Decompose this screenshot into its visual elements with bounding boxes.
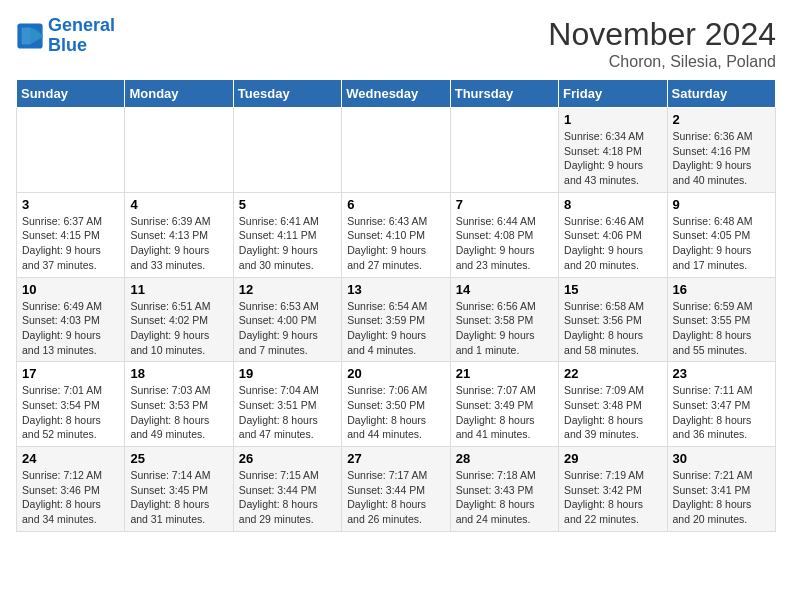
calendar-cell: 25Sunrise: 7:14 AM Sunset: 3:45 PM Dayli… [125, 447, 233, 532]
calendar-cell: 21Sunrise: 7:07 AM Sunset: 3:49 PM Dayli… [450, 362, 558, 447]
calendar-cell [233, 108, 341, 193]
day-number: 23 [673, 366, 770, 381]
page-header: General Blue November 2024 Choron, Siles… [16, 16, 776, 71]
weekday-header-tuesday: Tuesday [233, 80, 341, 108]
day-info: Sunrise: 7:18 AM Sunset: 3:43 PM Dayligh… [456, 468, 553, 527]
day-number: 3 [22, 197, 119, 212]
calendar-week-row: 24Sunrise: 7:12 AM Sunset: 3:46 PM Dayli… [17, 447, 776, 532]
day-info: Sunrise: 6:49 AM Sunset: 4:03 PM Dayligh… [22, 299, 119, 358]
calendar-cell: 7Sunrise: 6:44 AM Sunset: 4:08 PM Daylig… [450, 192, 558, 277]
day-info: Sunrise: 7:19 AM Sunset: 3:42 PM Dayligh… [564, 468, 661, 527]
day-number: 7 [456, 197, 553, 212]
calendar-cell: 17Sunrise: 7:01 AM Sunset: 3:54 PM Dayli… [17, 362, 125, 447]
day-number: 1 [564, 112, 661, 127]
calendar-cell [125, 108, 233, 193]
day-info: Sunrise: 6:36 AM Sunset: 4:16 PM Dayligh… [673, 129, 770, 188]
day-info: Sunrise: 6:37 AM Sunset: 4:15 PM Dayligh… [22, 214, 119, 273]
calendar-cell: 4Sunrise: 6:39 AM Sunset: 4:13 PM Daylig… [125, 192, 233, 277]
calendar-week-row: 1Sunrise: 6:34 AM Sunset: 4:18 PM Daylig… [17, 108, 776, 193]
day-number: 4 [130, 197, 227, 212]
day-number: 19 [239, 366, 336, 381]
day-info: Sunrise: 7:17 AM Sunset: 3:44 PM Dayligh… [347, 468, 444, 527]
weekday-header-saturday: Saturday [667, 80, 775, 108]
day-number: 24 [22, 451, 119, 466]
weekday-header-monday: Monday [125, 80, 233, 108]
day-info: Sunrise: 6:44 AM Sunset: 4:08 PM Dayligh… [456, 214, 553, 273]
calendar-week-row: 3Sunrise: 6:37 AM Sunset: 4:15 PM Daylig… [17, 192, 776, 277]
page-title: November 2024 [548, 16, 776, 53]
day-number: 13 [347, 282, 444, 297]
day-info: Sunrise: 7:15 AM Sunset: 3:44 PM Dayligh… [239, 468, 336, 527]
calendar-cell: 28Sunrise: 7:18 AM Sunset: 3:43 PM Dayli… [450, 447, 558, 532]
day-number: 14 [456, 282, 553, 297]
day-info: Sunrise: 6:51 AM Sunset: 4:02 PM Dayligh… [130, 299, 227, 358]
calendar-week-row: 10Sunrise: 6:49 AM Sunset: 4:03 PM Dayli… [17, 277, 776, 362]
day-number: 25 [130, 451, 227, 466]
day-info: Sunrise: 7:09 AM Sunset: 3:48 PM Dayligh… [564, 383, 661, 442]
calendar-cell: 27Sunrise: 7:17 AM Sunset: 3:44 PM Dayli… [342, 447, 450, 532]
calendar-cell: 10Sunrise: 6:49 AM Sunset: 4:03 PM Dayli… [17, 277, 125, 362]
calendar-cell: 22Sunrise: 7:09 AM Sunset: 3:48 PM Dayli… [559, 362, 667, 447]
calendar-week-row: 17Sunrise: 7:01 AM Sunset: 3:54 PM Dayli… [17, 362, 776, 447]
day-info: Sunrise: 7:06 AM Sunset: 3:50 PM Dayligh… [347, 383, 444, 442]
day-info: Sunrise: 6:46 AM Sunset: 4:06 PM Dayligh… [564, 214, 661, 273]
calendar-cell [342, 108, 450, 193]
day-number: 21 [456, 366, 553, 381]
day-info: Sunrise: 7:21 AM Sunset: 3:41 PM Dayligh… [673, 468, 770, 527]
calendar-cell [450, 108, 558, 193]
calendar-cell: 6Sunrise: 6:43 AM Sunset: 4:10 PM Daylig… [342, 192, 450, 277]
calendar-cell: 13Sunrise: 6:54 AM Sunset: 3:59 PM Dayli… [342, 277, 450, 362]
calendar-cell: 1Sunrise: 6:34 AM Sunset: 4:18 PM Daylig… [559, 108, 667, 193]
calendar-cell: 23Sunrise: 7:11 AM Sunset: 3:47 PM Dayli… [667, 362, 775, 447]
day-number: 6 [347, 197, 444, 212]
day-info: Sunrise: 7:14 AM Sunset: 3:45 PM Dayligh… [130, 468, 227, 527]
day-info: Sunrise: 6:41 AM Sunset: 4:11 PM Dayligh… [239, 214, 336, 273]
day-number: 10 [22, 282, 119, 297]
day-number: 11 [130, 282, 227, 297]
day-number: 12 [239, 282, 336, 297]
calendar-cell: 11Sunrise: 6:51 AM Sunset: 4:02 PM Dayli… [125, 277, 233, 362]
day-number: 27 [347, 451, 444, 466]
day-number: 15 [564, 282, 661, 297]
day-info: Sunrise: 6:39 AM Sunset: 4:13 PM Dayligh… [130, 214, 227, 273]
calendar-cell [17, 108, 125, 193]
day-info: Sunrise: 7:11 AM Sunset: 3:47 PM Dayligh… [673, 383, 770, 442]
day-number: 28 [456, 451, 553, 466]
day-info: Sunrise: 6:34 AM Sunset: 4:18 PM Dayligh… [564, 129, 661, 188]
calendar-cell: 5Sunrise: 6:41 AM Sunset: 4:11 PM Daylig… [233, 192, 341, 277]
calendar-cell: 18Sunrise: 7:03 AM Sunset: 3:53 PM Dayli… [125, 362, 233, 447]
day-number: 18 [130, 366, 227, 381]
day-number: 2 [673, 112, 770, 127]
day-info: Sunrise: 7:12 AM Sunset: 3:46 PM Dayligh… [22, 468, 119, 527]
weekday-header-wednesday: Wednesday [342, 80, 450, 108]
logo-line2: Blue [48, 36, 115, 56]
calendar-cell: 16Sunrise: 6:59 AM Sunset: 3:55 PM Dayli… [667, 277, 775, 362]
day-number: 17 [22, 366, 119, 381]
calendar-cell: 9Sunrise: 6:48 AM Sunset: 4:05 PM Daylig… [667, 192, 775, 277]
weekday-header-friday: Friday [559, 80, 667, 108]
calendar-cell: 24Sunrise: 7:12 AM Sunset: 3:46 PM Dayli… [17, 447, 125, 532]
day-info: Sunrise: 6:53 AM Sunset: 4:00 PM Dayligh… [239, 299, 336, 358]
day-info: Sunrise: 7:07 AM Sunset: 3:49 PM Dayligh… [456, 383, 553, 442]
logo-icon [16, 22, 44, 50]
calendar-cell: 19Sunrise: 7:04 AM Sunset: 3:51 PM Dayli… [233, 362, 341, 447]
day-number: 22 [564, 366, 661, 381]
weekday-header-sunday: Sunday [17, 80, 125, 108]
day-info: Sunrise: 6:59 AM Sunset: 3:55 PM Dayligh… [673, 299, 770, 358]
logo: General Blue [16, 16, 115, 56]
day-number: 20 [347, 366, 444, 381]
calendar-table: SundayMondayTuesdayWednesdayThursdayFrid… [16, 79, 776, 532]
day-number: 30 [673, 451, 770, 466]
day-number: 5 [239, 197, 336, 212]
logo-line1: General [48, 15, 115, 35]
weekday-header-thursday: Thursday [450, 80, 558, 108]
day-info: Sunrise: 6:43 AM Sunset: 4:10 PM Dayligh… [347, 214, 444, 273]
calendar-cell: 29Sunrise: 7:19 AM Sunset: 3:42 PM Dayli… [559, 447, 667, 532]
logo-text: General Blue [48, 16, 115, 56]
calendar-cell: 8Sunrise: 6:46 AM Sunset: 4:06 PM Daylig… [559, 192, 667, 277]
page-subtitle: Choron, Silesia, Poland [548, 53, 776, 71]
day-info: Sunrise: 7:01 AM Sunset: 3:54 PM Dayligh… [22, 383, 119, 442]
title-block: November 2024 Choron, Silesia, Poland [548, 16, 776, 71]
calendar-cell: 20Sunrise: 7:06 AM Sunset: 3:50 PM Dayli… [342, 362, 450, 447]
day-info: Sunrise: 6:54 AM Sunset: 3:59 PM Dayligh… [347, 299, 444, 358]
